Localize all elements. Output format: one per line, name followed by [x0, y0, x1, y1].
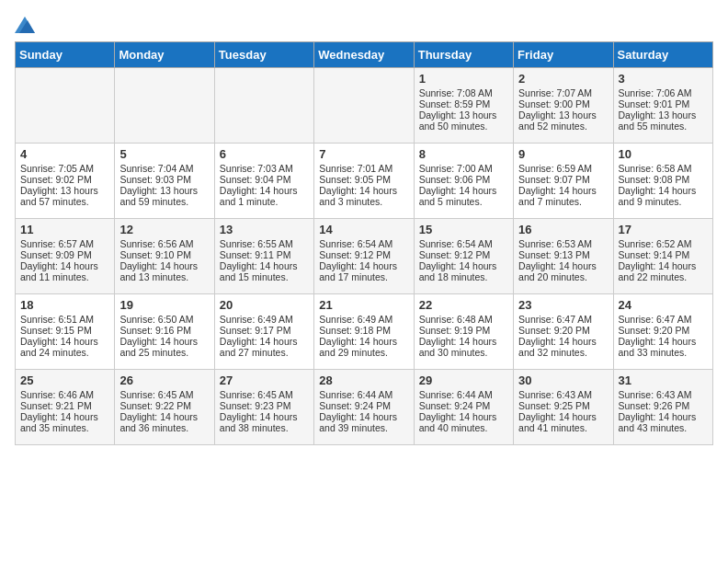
cell-daylight: Daylight: 14 hours and 13 minutes.: [119, 260, 198, 282]
cell-daylight: Daylight: 14 hours and 7 minutes.: [518, 185, 597, 207]
cell-sunset: Sunset: 9:06 PM: [419, 174, 491, 185]
calendar-cell: 19Sunrise: 6:50 AMSunset: 9:16 PMDayligh…: [115, 294, 214, 370]
cell-sunrise: Sunrise: 6:51 AM: [20, 314, 94, 325]
cell-date-number: 30: [518, 373, 608, 387]
calendar-cell: 24Sunrise: 6:47 AMSunset: 9:20 PMDayligh…: [613, 294, 712, 370]
cell-sunset: Sunset: 9:18 PM: [319, 325, 391, 336]
cell-date-number: 31: [619, 373, 708, 387]
cell-sunset: Sunset: 9:15 PM: [20, 325, 92, 336]
cell-sunrise: Sunrise: 7:01 AM: [319, 163, 392, 174]
cell-date-number: 8: [419, 147, 508, 161]
cell-date-number: 11: [20, 223, 109, 236]
cell-sunset: Sunset: 9:05 PM: [319, 174, 391, 185]
cell-sunrise: Sunrise: 7:06 AM: [619, 87, 692, 98]
calendar-cell: 12Sunrise: 6:56 AMSunset: 9:10 PMDayligh…: [115, 219, 214, 294]
cell-sunrise: Sunrise: 6:47 AM: [619, 314, 692, 325]
calendar-cell: 18Sunrise: 6:51 AMSunset: 9:15 PMDayligh…: [16, 294, 115, 370]
cell-sunrise: Sunrise: 6:57 AM: [20, 238, 94, 249]
cell-sunrise: Sunrise: 6:52 AM: [619, 238, 692, 249]
calendar-body: 1Sunrise: 7:08 AMSunset: 8:59 PMDaylight…: [16, 68, 713, 445]
calendar-cell: 27Sunrise: 6:45 AMSunset: 9:23 PMDayligh…: [214, 370, 313, 445]
cell-sunset: Sunset: 9:17 PM: [220, 325, 291, 336]
calendar-cell: 3Sunrise: 7:06 AMSunset: 9:01 PMDaylight…: [613, 68, 712, 144]
cell-date-number: 6: [220, 147, 309, 161]
cell-daylight: Daylight: 14 hours and 11 minutes.: [20, 260, 98, 282]
cell-daylight: Daylight: 14 hours and 24 minutes.: [20, 336, 98, 358]
cell-sunset: Sunset: 9:01 PM: [619, 98, 690, 109]
cell-sunset: Sunset: 9:08 PM: [619, 174, 690, 185]
cell-daylight: Daylight: 14 hours and 33 minutes.: [619, 336, 697, 358]
calendar-cell: 6Sunrise: 7:03 AMSunset: 9:04 PMDaylight…: [214, 144, 313, 219]
cell-daylight: Daylight: 14 hours and 30 minutes.: [419, 336, 497, 358]
calendar-cell: 31Sunrise: 6:43 AMSunset: 9:26 PMDayligh…: [613, 370, 712, 445]
calendar-cell: 21Sunrise: 6:49 AMSunset: 9:18 PMDayligh…: [314, 294, 414, 370]
cell-daylight: Daylight: 13 hours and 55 minutes.: [619, 109, 697, 132]
cell-daylight: Daylight: 14 hours and 3 minutes.: [319, 185, 397, 207]
cell-date-number: 19: [119, 298, 209, 312]
cell-sunrise: Sunrise: 7:04 AM: [119, 163, 193, 174]
cell-daylight: Daylight: 14 hours and 1 minute.: [220, 185, 298, 207]
cell-daylight: Daylight: 14 hours and 27 minutes.: [220, 336, 298, 358]
cell-date-number: 2: [518, 72, 608, 86]
cell-sunset: Sunset: 9:19 PM: [419, 325, 491, 336]
calendar-cell: 14Sunrise: 6:54 AMSunset: 9:12 PMDayligh…: [314, 219, 414, 294]
cell-sunset: Sunset: 9:26 PM: [619, 400, 690, 411]
calendar-cell: 7Sunrise: 7:01 AMSunset: 9:05 PMDaylight…: [314, 144, 414, 219]
cell-sunrise: Sunrise: 6:44 AM: [319, 389, 392, 400]
calendar-cell: 30Sunrise: 6:43 AMSunset: 9:25 PMDayligh…: [514, 370, 613, 445]
calendar-cell: 10Sunrise: 6:58 AMSunset: 9:08 PMDayligh…: [613, 144, 712, 219]
cell-daylight: Daylight: 14 hours and 18 minutes.: [419, 260, 497, 282]
cell-daylight: Daylight: 13 hours and 50 minutes.: [419, 109, 497, 132]
cell-sunrise: Sunrise: 6:46 AM: [20, 389, 94, 400]
header-row: SundayMondayTuesdayWednesdayThursdayFrid…: [16, 42, 713, 68]
calendar-cell: [115, 68, 214, 144]
cell-date-number: 21: [319, 298, 408, 312]
cell-sunset: Sunset: 9:14 PM: [619, 249, 690, 260]
cell-sunrise: Sunrise: 6:54 AM: [319, 238, 392, 249]
cell-date-number: 16: [518, 223, 608, 236]
cell-daylight: Daylight: 14 hours and 35 minutes.: [20, 411, 98, 433]
cell-daylight: Daylight: 14 hours and 9 minutes.: [619, 185, 697, 207]
cell-sunrise: Sunrise: 6:59 AM: [518, 163, 592, 174]
cell-sunrise: Sunrise: 6:43 AM: [518, 389, 592, 400]
cell-daylight: Daylight: 14 hours and 29 minutes.: [319, 336, 397, 358]
cell-sunset: Sunset: 9:24 PM: [319, 400, 391, 411]
cell-daylight: Daylight: 14 hours and 25 minutes.: [119, 336, 198, 358]
cell-sunrise: Sunrise: 6:56 AM: [119, 238, 193, 249]
cell-sunset: Sunset: 9:22 PM: [119, 400, 191, 411]
cell-date-number: 24: [619, 298, 708, 312]
cell-date-number: 12: [119, 223, 209, 236]
calendar-cell: 2Sunrise: 7:07 AMSunset: 9:00 PMDaylight…: [514, 68, 613, 144]
calendar-cell: 23Sunrise: 6:47 AMSunset: 9:20 PMDayligh…: [514, 294, 613, 370]
cell-daylight: Daylight: 14 hours and 20 minutes.: [518, 260, 597, 282]
calendar-cell: 29Sunrise: 6:44 AMSunset: 9:24 PMDayligh…: [414, 370, 513, 445]
cell-daylight: Daylight: 14 hours and 38 minutes.: [220, 411, 298, 433]
cell-date-number: 10: [619, 147, 708, 161]
calendar-cell: 13Sunrise: 6:55 AMSunset: 9:11 PMDayligh…: [214, 219, 313, 294]
cell-date-number: 26: [119, 373, 209, 387]
cell-sunset: Sunset: 9:10 PM: [119, 249, 191, 260]
week-row-3: 11Sunrise: 6:57 AMSunset: 9:09 PMDayligh…: [16, 219, 713, 294]
cell-sunrise: Sunrise: 7:03 AM: [220, 163, 293, 174]
cell-date-number: 18: [20, 298, 109, 312]
cell-sunset: Sunset: 9:23 PM: [220, 400, 291, 411]
logo-icon: [15, 17, 35, 33]
calendar-cell: 1Sunrise: 7:08 AMSunset: 8:59 PMDaylight…: [414, 68, 513, 144]
cell-sunrise: Sunrise: 6:47 AM: [518, 314, 592, 325]
col-header-monday: Monday: [115, 42, 214, 68]
calendar-cell: 9Sunrise: 6:59 AMSunset: 9:07 PMDaylight…: [514, 144, 613, 219]
cell-sunset: Sunset: 9:02 PM: [20, 174, 92, 185]
calendar-header: SundayMondayTuesdayWednesdayThursdayFrid…: [16, 42, 713, 68]
cell-sunrise: Sunrise: 6:45 AM: [119, 389, 193, 400]
cell-sunset: Sunset: 9:04 PM: [220, 174, 291, 185]
cell-date-number: 17: [619, 223, 708, 236]
cell-sunset: Sunset: 9:12 PM: [319, 249, 391, 260]
cell-daylight: Daylight: 13 hours and 52 minutes.: [518, 109, 597, 132]
cell-sunset: Sunset: 9:20 PM: [619, 325, 690, 336]
col-header-wednesday: Wednesday: [314, 42, 414, 68]
calendar-cell: [16, 68, 115, 144]
calendar-cell: 16Sunrise: 6:53 AMSunset: 9:13 PMDayligh…: [514, 219, 613, 294]
cell-daylight: Daylight: 14 hours and 32 minutes.: [518, 336, 597, 358]
cell-date-number: 1: [419, 72, 508, 86]
cell-sunrise: Sunrise: 6:49 AM: [319, 314, 392, 325]
